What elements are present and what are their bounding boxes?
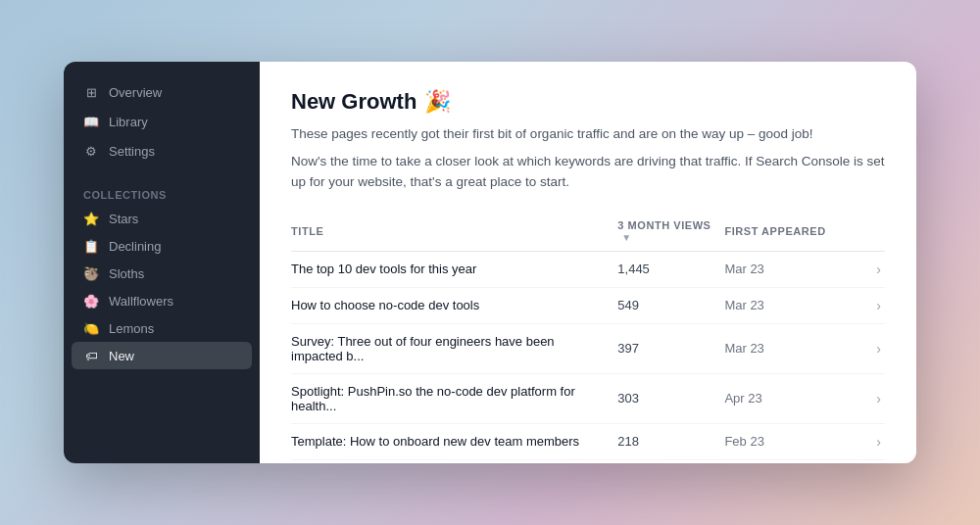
sidebar-item-library[interactable]: 📖 Library — [72, 107, 252, 136]
row-date-4: Feb 23 — [724, 423, 843, 459]
content-area: New Growth 🎉 These pages recently got th… — [260, 62, 916, 463]
collection-item-declining[interactable]: 📋 Declining — [72, 232, 252, 260]
collection-label-new: New — [109, 349, 134, 363]
table-header-row: TITLE 3 MONTH VIEWS ▼ FIRST APPEARED — [291, 212, 885, 252]
row-title-2: Survey: Three out of four engineers have… — [291, 323, 617, 373]
sidebar-nav: ⊞ Overview 📖 Library ⚙ Settings — [64, 77, 260, 166]
collections-list: ⭐ Stars 📋 Declining 🦥 Sloths 🌸 Wallflowe… — [64, 205, 260, 369]
app-window: ⊞ Overview 📖 Library ⚙ Settings Collecti… — [64, 62, 916, 463]
collections-label: Collections — [64, 181, 260, 205]
collection-item-new[interactable]: 🏷 New — [72, 342, 252, 369]
page-title-emoji: 🎉 — [424, 89, 451, 115]
row-date-1: Mar 23 — [724, 287, 843, 323]
sloths-emoji-icon: 🦥 — [83, 265, 99, 281]
row-arrow-1: › — [844, 287, 885, 323]
row-title-1: How to choose no-code dev tools — [291, 287, 617, 323]
stars-emoji-icon: ⭐ — [83, 211, 99, 226]
row-arrow-3: › — [844, 373, 885, 423]
row-arrow-2: › — [844, 323, 885, 373]
table-header: TITLE 3 MONTH VIEWS ▼ FIRST APPEARED — [291, 212, 885, 252]
main-content: New Growth 🎉 These pages recently got th… — [260, 62, 916, 463]
collection-label-declining: Declining — [109, 239, 161, 254]
sidebar-item-settings[interactable]: ⚙ Settings — [72, 136, 252, 166]
table-body: The top 10 dev tools for this year 1,445… — [291, 251, 885, 463]
col-date-header: FIRST APPEARED — [724, 212, 843, 252]
row-date-3: Apr 23 — [724, 373, 843, 423]
overview-icon: ⊞ — [83, 84, 99, 100]
row-views-3: 303 — [617, 373, 724, 423]
row-title-3: Spotlight: PushPin.so the no-code dev pl… — [291, 373, 617, 423]
page-title-text: New Growth — [291, 89, 416, 115]
subtitle-2: Now's the time to take a closer look at … — [291, 152, 885, 192]
table-row[interactable]: The top 10 dev tools for this year 1,445… — [291, 251, 885, 287]
sidebar: ⊞ Overview 📖 Library ⚙ Settings Collecti… — [64, 62, 260, 463]
row-date-5: Feb 23 — [724, 459, 843, 463]
table-row[interactable]: Template: How to onboard new dev team me… — [291, 423, 885, 459]
sidebar-item-label-overview: Overview — [109, 85, 162, 100]
subtitle-1: These pages recently got their first bit… — [291, 124, 885, 144]
row-arrow-0: › — [844, 251, 885, 287]
row-views-1: 549 — [617, 287, 724, 323]
collection-label-wallflowers: Wallflowers — [109, 294, 173, 309]
page-title: New Growth 🎉 — [291, 89, 885, 115]
sidebar-item-label-settings: Settings — [109, 144, 155, 159]
collection-item-wallflowers[interactable]: 🌸 Wallflowers — [72, 287, 252, 314]
row-date-2: Mar 23 — [724, 323, 843, 373]
lemons-emoji-icon: 🍋 — [83, 320, 99, 336]
table-row[interactable]: Spotlight: PushPin.so the no-code dev pl… — [291, 373, 885, 423]
table-row[interactable]: Survey: Three out of four engineers have… — [291, 323, 885, 373]
collection-label-lemons: Lemons — [109, 321, 154, 336]
row-views-0: 1,445 — [617, 251, 724, 287]
row-views-4: 218 — [617, 423, 724, 459]
collection-label-sloths: Sloths — [109, 266, 144, 281]
sidebar-item-label-library: Library — [109, 115, 148, 129]
row-title-5: The pros and cons of a cloud-based dev p… — [291, 459, 617, 463]
wallflowers-emoji-icon: 🌸 — [83, 293, 99, 309]
table-row[interactable]: How to choose no-code dev tools 549 Mar … — [291, 287, 885, 323]
row-views-5: 191 — [617, 459, 724, 463]
collection-label-stars: Stars — [109, 212, 138, 226]
col-views-header[interactable]: 3 MONTH VIEWS ▼ — [617, 212, 724, 252]
new-emoji-icon: 🏷 — [83, 348, 99, 363]
table-row[interactable]: The pros and cons of a cloud-based dev p… — [291, 459, 885, 463]
collection-item-sloths[interactable]: 🦥 Sloths — [72, 260, 252, 287]
row-title-4: Template: How to onboard new dev team me… — [291, 423, 617, 459]
library-icon: 📖 — [83, 114, 99, 129]
row-arrow-4: › — [844, 423, 885, 459]
row-arrow-5: › — [844, 459, 885, 463]
row-date-0: Mar 23 — [724, 251, 843, 287]
col-arrow-header — [844, 212, 885, 252]
collection-item-stars[interactable]: ⭐ Stars — [72, 205, 252, 232]
data-table: TITLE 3 MONTH VIEWS ▼ FIRST APPEARED — [291, 212, 885, 463]
col-title-header: TITLE — [291, 212, 617, 252]
row-views-2: 397 — [617, 323, 724, 373]
row-title-0: The top 10 dev tools for this year — [291, 251, 617, 287]
collection-item-lemons[interactable]: 🍋 Lemons — [72, 314, 252, 342]
sidebar-item-overview[interactable]: ⊞ Overview — [72, 77, 252, 107]
sort-icon: ▼ — [621, 232, 631, 243]
declining-emoji-icon: 📋 — [83, 238, 99, 254]
settings-icon: ⚙ — [83, 143, 99, 159]
